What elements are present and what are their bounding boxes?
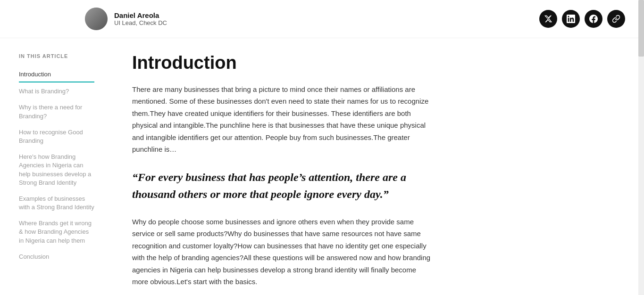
avatar-image xyxy=(85,8,108,30)
sidebar-item-good-branding[interactable]: How to recognise Good Branding xyxy=(19,124,94,149)
sidebar-item-wrong[interactable]: Where Brands get it wrong & how Branding… xyxy=(19,215,94,249)
sidebar-item-need-branding[interactable]: Why is there a need for Branding? xyxy=(19,99,94,124)
intro-paragraph-1: There are many businesses that bring a p… xyxy=(132,83,434,156)
sidebar-item-agencies[interactable]: Here's how Branding Agencies in Nigeria … xyxy=(19,149,94,191)
author-role: UI Lead, Check DC xyxy=(114,19,167,26)
sidebar-item-introduction[interactable]: Introduction xyxy=(19,66,94,82)
facebook-icon[interactable] xyxy=(585,10,602,28)
intro-title: Introduction xyxy=(132,53,434,73)
linkedin-icon[interactable] xyxy=(562,10,580,28)
author-info: Daniel Areola UI Lead, Check DC xyxy=(85,8,167,30)
article-quote: “For every business that has people’s at… xyxy=(132,169,434,203)
sidebar-title: IN THIS ARTICLE xyxy=(19,53,94,59)
main-content: Introduction There are many businesses t… xyxy=(104,38,472,295)
social-icons xyxy=(539,10,625,28)
scrollbar-track[interactable] xyxy=(638,0,644,295)
author-details: Daniel Areola UI Lead, Check DC xyxy=(114,11,167,26)
page-layout: IN THIS ARTICLE Introduction What is Bra… xyxy=(0,38,644,295)
scrollbar-thumb[interactable] xyxy=(638,0,644,57)
sidebar-item-branding[interactable]: What is Branding? xyxy=(19,83,94,99)
intro-paragraph-2: Why do people choose some businesses and… xyxy=(132,216,434,288)
avatar xyxy=(85,8,108,30)
page-header: Daniel Areola UI Lead, Check DC xyxy=(0,0,644,38)
sidebar-item-examples[interactable]: Examples of businesses with a Strong Bra… xyxy=(19,191,94,215)
author-name: Daniel Areola xyxy=(114,11,167,19)
sidebar: IN THIS ARTICLE Introduction What is Bra… xyxy=(0,38,104,295)
twitter-icon[interactable] xyxy=(539,10,557,28)
link-icon[interactable] xyxy=(607,10,625,28)
sidebar-item-conclusion[interactable]: Conclusion xyxy=(19,249,94,265)
sidebar-nav: Introduction What is Branding? Why is th… xyxy=(19,66,94,265)
